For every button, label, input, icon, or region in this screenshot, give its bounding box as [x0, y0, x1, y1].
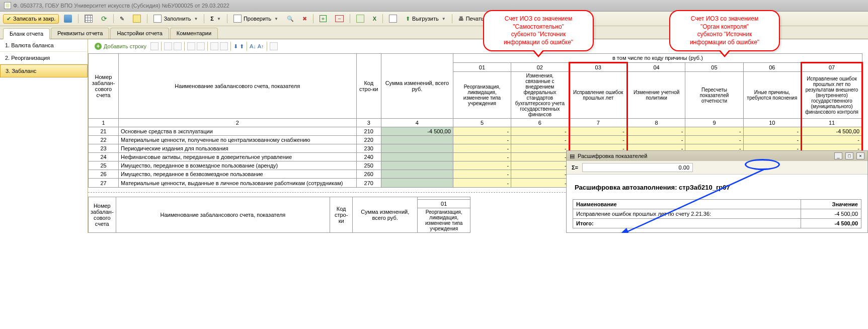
pencil-icon: ✎ — [120, 16, 124, 22]
callout-03: Счет ИОЗ со значением"Самостоятельно"суб… — [483, 10, 594, 51]
save-button[interactable] — [60, 13, 75, 24]
sub-03: Исправление ошибок прошлых лет — [569, 72, 627, 119]
detail-title-text: Расшифровка показателей — [578, 153, 647, 159]
sigma-row: Σ= 0.00 — [567, 161, 867, 174]
detail-panel: ▤ Расшифровка показателей _ □ × Σ= 0.00 … — [566, 150, 868, 233]
toolbar-icon-1[interactable] — [150, 42, 159, 50]
tab-comments[interactable]: Комментарии — [170, 28, 218, 39]
lower-header-sum: Сумма изменений, всего руб. — [353, 197, 418, 233]
add-row-button[interactable]: +Добавить строку — [92, 41, 149, 51]
upload-icon: ⬆ — [406, 16, 410, 22]
colnum-10: 10 — [743, 119, 801, 127]
grid-icon — [85, 15, 93, 23]
detail-col-name: Наименование — [573, 200, 801, 209]
chart-icon[interactable] — [270, 42, 278, 50]
detail-row-1-name: Исправление ошибок прошлых лет по счету … — [573, 209, 801, 219]
close-button[interactable]: × — [856, 152, 864, 159]
sidebar-item-reorg[interactable]: 2. Реорганизация — [0, 52, 88, 64]
sub-05: Пересчеты показателей отчетности — [685, 72, 743, 119]
expand-button[interactable]: + — [316, 14, 330, 24]
colnum-11: 11 — [802, 119, 862, 127]
sort-desc-icon[interactable]: A↑ — [258, 43, 264, 49]
lower-header-code: Код стро-ки — [330, 197, 353, 233]
clear-icon: ✖ — [302, 16, 307, 22]
edit-button[interactable]: ✎ — [116, 14, 128, 24]
grid-button[interactable] — [81, 13, 96, 24]
lower-code-01: 01 — [418, 200, 470, 208]
arrow-down-icon[interactable]: ⬇ — [233, 43, 238, 50]
check-doc-icon — [233, 15, 242, 23]
detail-total-val: -4 500,00 — [801, 219, 861, 228]
arrow-up-icon[interactable]: ⬆ — [240, 43, 244, 50]
code-06: 06 — [743, 63, 801, 72]
detail-total-name: Итого: — [573, 219, 801, 228]
sigma-field[interactable]: 0.00 — [582, 163, 693, 172]
toolbar-icon-3[interactable] — [174, 42, 182, 50]
section-sidebar: 1. Валюта баланса 2. Реорганизация 3. За… — [0, 39, 88, 233]
refresh-button[interactable]: ⟳ — [98, 13, 111, 24]
page-icon — [389, 15, 397, 23]
check-button[interactable]: Проверить▼ — [230, 13, 282, 24]
upload-button[interactable]: ⬆Выгрузить▼ — [402, 14, 449, 24]
code-03: 03 — [569, 63, 627, 72]
sidebar-item-balance[interactable]: 1. Валюта баланса — [0, 39, 88, 52]
detail-row-1-val: -4 500,00 — [801, 209, 861, 219]
callout-07: Счет ИОЗ со значением"Орган контроля"суб… — [669, 10, 780, 51]
colnum-2: 2 — [119, 119, 357, 127]
sigma-button[interactable]: Σ▼ — [207, 14, 224, 23]
toolbar-icon-7[interactable] — [220, 42, 228, 50]
panel-icon: ▤ — [570, 153, 575, 159]
colnum-3: 3 — [356, 119, 381, 127]
toolbar-icon-2[interactable] — [164, 42, 172, 50]
colnum-4: 4 — [381, 119, 453, 127]
toolbar-icon-6[interactable] — [210, 42, 218, 50]
tab-requisites[interactable]: Реквизиты отчета — [51, 28, 109, 39]
plus-circle-icon: + — [95, 43, 102, 50]
excel-button[interactable]: X — [369, 14, 380, 23]
detail-table: НаименованиеЗначение Исправление ошибок … — [573, 199, 861, 228]
excel-icon: X — [373, 16, 376, 22]
save-close-button[interactable]: ✔Записать и закр. — [3, 14, 59, 24]
lower-header-num: Номер забалан-сового счета — [89, 197, 116, 233]
toolbar-icon-4[interactable] — [187, 42, 195, 50]
copy-button[interactable] — [129, 13, 144, 24]
tab-settings[interactable]: Настройки отчета — [110, 28, 169, 39]
tab-blank[interactable]: Бланк отчета — [3, 28, 50, 39]
colnum-6: 6 — [511, 119, 569, 127]
sub-07: Исправление ошибок прошлых лет по резуль… — [802, 72, 862, 119]
minus-box-icon: − — [335, 15, 343, 22]
colnum-5: 5 — [453, 119, 511, 127]
collapse-button[interactable]: − — [332, 14, 347, 24]
colnum-7: 7 — [569, 119, 627, 127]
table-row[interactable]: 21Основные средства в эксплуатации210-4 … — [89, 127, 862, 136]
header-super: в том числе по коду причины (руб.) — [453, 54, 862, 63]
clear-button[interactable]: ✖ — [299, 14, 310, 24]
table-icon — [153, 15, 162, 23]
header-code: Код стро-ки — [356, 54, 381, 119]
header-sum: Сумма изменений, всего руб. — [381, 54, 453, 119]
header-name: Наименование забалансового счета, показа… — [119, 54, 357, 119]
sort-asc-icon[interactable]: A↓ — [250, 43, 256, 49]
copy-icon — [133, 15, 141, 23]
tree-button[interactable] — [353, 13, 368, 24]
maximize-button[interactable]: □ — [845, 152, 853, 159]
page-button[interactable] — [385, 13, 401, 24]
colnum-1: 1 — [89, 119, 119, 127]
detail-col-value: Значение — [801, 200, 861, 209]
sub-06: Иные причины, требуются пояснения — [743, 72, 801, 119]
lower-grid[interactable]: Номер забалан-сового счета Наименование … — [88, 197, 470, 233]
table-row[interactable]: 22Материальные ценности, полученные по ц… — [89, 136, 862, 144]
plus-box-icon: + — [320, 15, 327, 22]
document-icon — [4, 2, 11, 9]
sub-02: Изменения, связанные с внедрением федера… — [511, 72, 569, 119]
code-01: 01 — [453, 63, 511, 72]
toolbar-icon-5[interactable] — [197, 42, 205, 50]
minimize-button[interactable]: _ — [834, 152, 842, 159]
fill-button[interactable]: Заполнить▼ — [150, 13, 201, 24]
sidebar-item-offbalance[interactable]: 3. Забаланс — [0, 64, 88, 77]
search-button[interactable]: 🔍 — [283, 14, 297, 24]
lower-sub-01: Реорганизация, ликвидация, изменение тип… — [418, 208, 470, 233]
detail-heading: Расшифровка автозаполнения: стрЗаб210_гр… — [573, 179, 861, 196]
sigma-label: Σ= — [572, 164, 578, 171]
sub-04: Изменение учетной политики — [627, 72, 685, 119]
